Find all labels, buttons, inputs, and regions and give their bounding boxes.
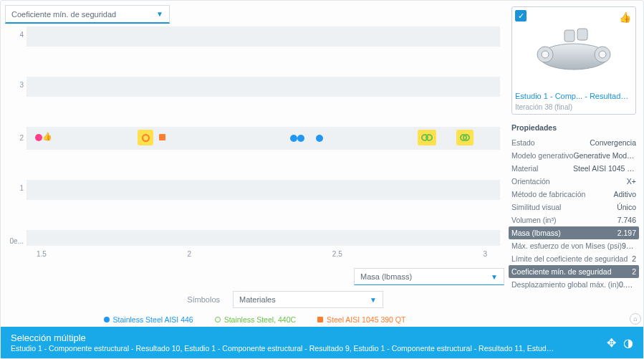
data-point[interactable] [290,135,297,142]
xtick: 3 [483,250,487,258]
symbols-dropdown[interactable]: Materiales ▼ [233,291,383,308]
legend: Stainless Steel AISI 446 Stainless Steel… [5,315,504,324]
chevron-down-icon: ▼ [370,296,377,304]
ytick: 1 [9,184,24,192]
data-point-highlight[interactable] [456,130,474,145]
selection-footer: Selección múltiple Estudio 1 - Component… [1,327,643,358]
property-value: 0.016 [619,278,636,291]
ytick: 4 [9,31,24,39]
xaxis-dropdown[interactable]: Masa (lbmass) ▼ [354,268,504,285]
x-axis-ticks: 1.5 2 2.5 3 [24,250,500,258]
data-point[interactable] [297,135,304,142]
property-key: Similitud visual [511,201,561,214]
svg-point-4 [599,51,606,58]
data-point[interactable] [316,135,323,142]
property-value: Convergencia [590,136,636,149]
svg-rect-5 [564,30,575,42]
thumbs-up-icon[interactable]: 👍 [619,11,631,23]
ytick: 2 [9,134,24,142]
legend-item[interactable]: Steel AISI 1045 390 QT [317,315,405,324]
result-iteration: Iteración 38 (final) [515,103,633,111]
property-key: Coeficiente mín. de seguridad [511,265,612,278]
property-key: Método de fabricación [511,188,585,201]
checkbox-checked-icon[interactable]: ✓ [515,10,527,21]
ytick: 3 [9,81,24,89]
share-icon[interactable]: ✥ [607,336,616,350]
chart-panel: Coeficiente mín. de seguridad ▼ 👍 [1,1,511,327]
property-value: 2.197 [617,226,636,239]
property-row[interactable]: Máx. esfuerzo de von Mises (psi)92,387.0… [511,239,636,252]
legend-swatch [104,317,110,322]
property-row[interactable]: Método de fabricaciónAditivo [511,188,636,201]
xtick: 1.5 [37,250,47,258]
properties-panel: ✓ 👍 Estudio 1 - Comp... - Resultado 10 [511,1,643,327]
property-row[interactable]: Desplazamiento global máx. (in)0.016 [511,278,636,291]
chevron-down-icon: ▼ [491,273,498,281]
property-key: Orientación [511,175,550,188]
property-row[interactable]: Masa (lbmass)2.197 [509,226,639,239]
property-row[interactable]: Similitud visualÚnico [511,201,636,214]
yaxis-label: Coeficiente mín. de seguridad [11,10,116,19]
result-thumbnail-card[interactable]: ✓ 👍 Estudio 1 - Comp... - Resultado 10 [511,6,636,115]
property-value: X+ [627,175,636,188]
property-value: 2 [632,252,636,265]
legend-item[interactable]: Stainless Steel AISI 446 [104,315,193,324]
data-point-highlight[interactable] [138,130,153,145]
property-row[interactable]: OrientaciónX+ [511,175,636,188]
property-key: Volumen (in³) [511,214,556,226]
data-point[interactable] [159,134,165,140]
xtick: 2 [188,250,192,258]
property-key: Límite del coeficiente de seguridad [511,252,628,265]
data-point[interactable] [35,134,42,141]
chevron-down-icon: ▼ [156,10,163,18]
property-row[interactable]: Coeficiente mín. de seguridad2 [509,265,639,278]
thumbs-up-icon: 👍 [42,132,52,141]
reset-view-icon[interactable]: ⌂ [630,313,641,325]
yaxis-dropdown[interactable]: Coeficiente mín. de seguridad ▼ [5,5,170,24]
legend-swatch [215,317,221,322]
svg-point-2 [542,51,549,58]
property-key: Desplazamiento global máx. (in) [511,278,619,291]
symbols-value: Materiales [239,295,276,304]
footer-subtitle: Estudio 1 - Componente estructural - Res… [11,344,555,353]
compare-icon[interactable]: ◑ [623,336,633,350]
xtick: 2.5 [332,250,342,258]
legend-item[interactable]: Stainless Steel, 440C [215,315,296,324]
ytick: 0e... [5,237,24,245]
property-row[interactable]: EstadoConvergencia [511,136,636,149]
properties-header: Propiedades [511,123,636,132]
property-row[interactable]: MaterialSteel AISI 1045 390 QT [511,162,636,175]
xaxis-label: Masa (lbmass) [360,272,412,281]
property-row[interactable]: Límite del coeficiente de seguridad2 [511,252,636,265]
legend-swatch [317,317,323,322]
scatter-plot[interactable]: 👍 [27,27,500,249]
property-value: Aditivo [613,188,636,201]
property-key: Máx. esfuerzo de von Mises (psi) [511,239,622,252]
property-value: Generative Model 1 [573,149,636,162]
properties-list: EstadoConvergenciaModelo generativoGener… [511,136,636,291]
svg-rect-6 [577,29,587,40]
result-preview-image [515,10,633,89]
property-value: Único [617,201,636,214]
property-key: Material [511,162,538,175]
property-key: Modelo generativo [511,149,573,162]
property-key: Masa (lbmass) [511,226,561,239]
symbols-label: Símbolos [5,295,220,304]
property-value: 2 [632,265,636,278]
property-value: 7.746 [617,214,636,226]
property-value: 92,387.074 [622,239,636,252]
footer-title: Selección múltiple [11,332,555,343]
property-value: Steel AISI 1045 390 QT [573,162,636,175]
property-key: Estado [511,136,535,149]
property-row[interactable]: Volumen (in³)7.746 [511,214,636,226]
property-row[interactable]: Modelo generativoGenerative Model 1 [511,149,636,162]
result-title: Estudio 1 - Comp... - Resultado 10 [515,92,633,100]
data-point-highlight[interactable] [418,130,436,145]
